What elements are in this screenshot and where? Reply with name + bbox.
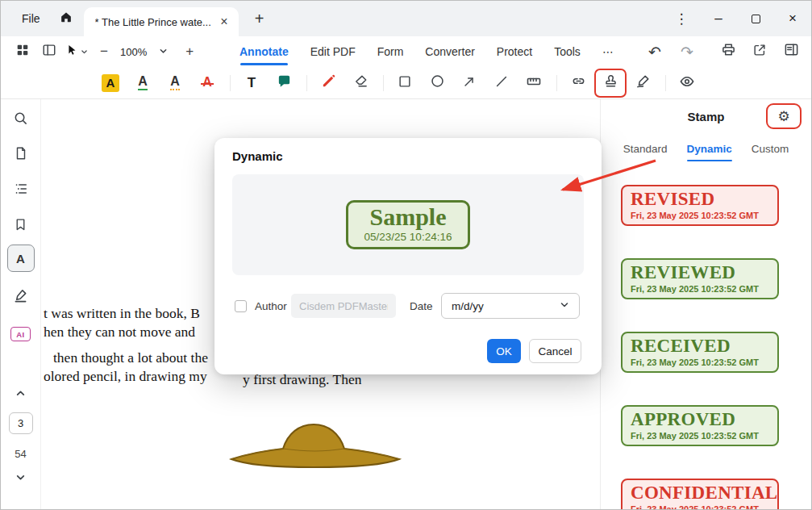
annotations-panel-button[interactable]: A xyxy=(7,245,35,272)
stamp-item-reviewed[interactable]: REVIEWED Fri, 23 May 2025 10:23:52 GMT xyxy=(621,258,779,299)
ai-assistant-button[interactable]: AI xyxy=(8,321,34,347)
sidebar-toggle-button[interactable] xyxy=(39,40,60,63)
stamp-tab-dynamic[interactable]: Dynamic xyxy=(687,143,732,161)
reading-view-button[interactable] xyxy=(781,40,802,63)
new-tab-button[interactable]: + xyxy=(248,7,271,30)
cancel-button[interactable]: Cancel xyxy=(529,339,581,363)
ellipse-tool-button[interactable] xyxy=(425,71,449,95)
cursor-icon xyxy=(65,44,78,61)
more-tabs-icon[interactable]: ⋯ xyxy=(602,36,614,67)
tab-close-icon[interactable]: × xyxy=(216,15,231,29)
maximize-button[interactable] xyxy=(737,1,774,36)
tab-protect[interactable]: Protect xyxy=(497,36,532,67)
home-button[interactable] xyxy=(55,7,77,30)
zoom-in-button[interactable]: + xyxy=(179,40,200,63)
measure-tool-button[interactable] xyxy=(522,71,546,95)
stamp-panel-header: Stamp ⚙ xyxy=(601,99,811,132)
arrow-tool-button[interactable] xyxy=(457,71,481,95)
line-icon xyxy=(494,74,509,92)
add-text-tool-button[interactable]: T xyxy=(239,71,264,95)
squiggly-tool-button[interactable]: A xyxy=(163,71,187,95)
document-text-line: olored pencil, in drawing my xyxy=(44,368,207,385)
outline-button[interactable] xyxy=(8,178,34,203)
comment-tool-button[interactable] xyxy=(272,71,296,95)
tab-form[interactable]: Form xyxy=(377,36,404,67)
document-tab[interactable]: * The Little Prince wate... × xyxy=(84,7,239,36)
export-button[interactable] xyxy=(749,40,770,63)
show-annotations-button[interactable] xyxy=(675,71,699,95)
grid-view-button[interactable] xyxy=(12,40,33,63)
close-button[interactable]: × xyxy=(774,1,811,36)
titlebar: File * The Little Prince wate... × + ⋮ –… xyxy=(1,1,811,36)
zoom-out-button[interactable]: − xyxy=(94,40,115,63)
next-page-button[interactable] xyxy=(8,470,34,487)
zoom-level[interactable]: 100% xyxy=(120,46,147,58)
ok-button[interactable]: OK xyxy=(487,339,521,363)
link-tool-button[interactable] xyxy=(566,71,590,95)
signature-tool-button[interactable] xyxy=(631,71,655,95)
bookmarks-button[interactable] xyxy=(8,213,34,239)
annotation-toolbar: A A A A T xyxy=(1,67,811,99)
signing-pen-icon xyxy=(13,288,28,307)
search-button[interactable] xyxy=(8,107,34,132)
current-page-input[interactable]: 3 xyxy=(9,412,33,434)
circle-icon xyxy=(430,73,445,92)
view-controls: − 100% + xyxy=(12,36,200,67)
stamp-settings-button[interactable]: ⚙ xyxy=(774,107,793,126)
stamp-tab-custom[interactable]: Custom xyxy=(752,143,789,161)
stamp-label: REVISED xyxy=(631,188,769,210)
chevron-down-icon xyxy=(159,44,168,60)
minimize-button[interactable]: – xyxy=(700,1,737,36)
titlebar-overflow-icon[interactable]: ⋮ xyxy=(663,1,700,36)
author-checkbox[interactable] xyxy=(235,300,247,312)
reading-view-icon xyxy=(784,42,799,61)
thumbnails-button[interactable] xyxy=(8,142,34,168)
previous-page-button[interactable] xyxy=(8,387,34,403)
line-tool-button[interactable] xyxy=(489,71,514,95)
share-icon xyxy=(752,43,767,61)
signatures-panel-button[interactable] xyxy=(8,284,34,310)
date-label: Date xyxy=(410,300,433,312)
author-input[interactable] xyxy=(291,294,396,318)
redo-button[interactable]: ↷ xyxy=(677,40,697,63)
ribbon-tabs: Annotate Edit PDF Form Converter Protect… xyxy=(239,36,614,67)
eraser-tool-button[interactable] xyxy=(348,71,373,95)
app-window: File * The Little Prince wate... × + ⋮ –… xyxy=(0,0,812,510)
undo-button[interactable]: ↶ xyxy=(644,40,665,63)
file-menu-button[interactable]: File xyxy=(15,8,47,29)
comment-icon xyxy=(277,73,292,92)
underline-tool-button[interactable]: A xyxy=(131,71,155,95)
select-tool-button[interactable] xyxy=(65,40,88,63)
tab-tools[interactable]: Tools xyxy=(554,36,581,67)
stamp-label: CONFIDENTIAL xyxy=(631,482,769,504)
strikethrough-tool-button[interactable]: A xyxy=(195,71,219,95)
stamp-item-revised[interactable]: REVISED Fri, 23 May 2025 10:23:52 GMT xyxy=(621,185,779,226)
stamp-tool-button[interactable] xyxy=(598,71,623,95)
document-text-line: t was written in the book, B xyxy=(44,305,200,322)
stamp-item-confidential[interactable]: CONFIDENTIAL Fri, 23 May 2025 10:23:52 G… xyxy=(621,479,779,509)
maximize-icon xyxy=(752,15,760,23)
stamp-item-approved[interactable]: APPROVED Fri, 23 May 2025 10:23:52 GMT xyxy=(621,405,779,446)
tab-edit-pdf[interactable]: Edit PDF xyxy=(310,36,356,67)
print-button[interactable] xyxy=(718,40,739,63)
tab-annotate[interactable]: Annotate xyxy=(239,36,289,67)
highlight-tool-button[interactable]: A xyxy=(98,71,123,95)
search-icon xyxy=(13,111,28,129)
pencil-tool-button[interactable] xyxy=(316,71,340,95)
link-icon xyxy=(571,73,586,92)
printer-icon xyxy=(721,42,736,61)
rectangle-tool-button[interactable] xyxy=(393,71,417,95)
stamp-tab-standard[interactable]: Standard xyxy=(623,143,668,161)
stamp-item-received[interactable]: RECEIVED Fri, 23 May 2025 10:23:52 GMT xyxy=(621,332,779,373)
squiggly-underline-icon: A xyxy=(170,75,180,90)
toolbar-divider xyxy=(306,75,307,91)
stamp-date: Fri, 23 May 2025 10:23:52 GMT xyxy=(631,211,769,220)
stamp-label: REVIEWED xyxy=(631,261,769,283)
date-format-select[interactable]: m/d/yy xyxy=(441,293,580,319)
tab-converter[interactable]: Converter xyxy=(425,36,474,67)
bookmark-icon xyxy=(14,218,27,235)
gear-icon: ⚙ xyxy=(777,108,789,125)
signature-pen-icon xyxy=(635,73,651,92)
rectangle-icon xyxy=(398,74,412,92)
zoom-dropdown-button[interactable] xyxy=(152,40,173,63)
